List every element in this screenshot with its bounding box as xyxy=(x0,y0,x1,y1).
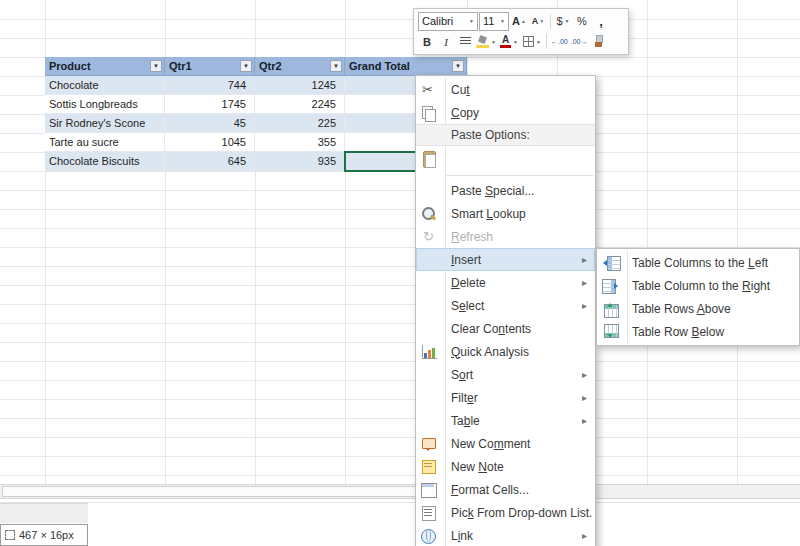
borders-button[interactable]: ▼ xyxy=(521,32,543,51)
table-header-qtr1: Qtr1▼ xyxy=(165,57,255,76)
letter-a-glyph: A xyxy=(532,16,539,26)
table-row: Chocolate7441245 xyxy=(45,76,467,95)
letter-a-glyph: A xyxy=(502,34,509,45)
menu-item-cut[interactable]: Cut xyxy=(416,78,595,101)
table-cell[interactable]: Tarte au sucre xyxy=(45,133,165,152)
scissors-icon xyxy=(416,81,443,99)
menu-item-label: Pick From Drop-down List... xyxy=(443,506,593,520)
blank-icon xyxy=(416,126,443,144)
bold-button[interactable]: B xyxy=(418,32,436,51)
menu-separator xyxy=(446,175,593,176)
gridline xyxy=(0,399,800,400)
table-cell[interactable]: 645 xyxy=(165,152,255,171)
menu-item-paste-special[interactable]: Paste Special... xyxy=(416,179,595,202)
menu-item-smart-lookup[interactable]: Smart Lookup xyxy=(416,202,595,225)
submenu-item-table-column-to-the-right[interactable]: Table Column to the Right xyxy=(597,274,799,297)
dialog-icon xyxy=(416,481,443,499)
menu-item-label: Filter xyxy=(443,391,582,405)
menu-item-link[interactable]: Link▸ xyxy=(416,524,595,546)
comma-style-button[interactable]: , xyxy=(592,12,610,31)
submenu-arrow-icon: ▸ xyxy=(582,530,593,541)
menu-item-refresh[interactable]: Refresh xyxy=(416,225,595,248)
paste-option-button[interactable] xyxy=(416,146,595,172)
submenu-arrow-icon: ▸ xyxy=(582,392,593,403)
letter-a-glyph: A xyxy=(512,15,520,27)
gridline xyxy=(0,38,800,39)
menu-item-quick-analysis[interactable]: Quick Analysis xyxy=(416,340,595,363)
decrease-font-size-button[interactable]: A ▼ xyxy=(529,12,547,31)
gridline xyxy=(0,209,800,210)
align-center-button[interactable] xyxy=(456,32,474,51)
font-color-button[interactable]: A ▼ xyxy=(498,32,520,51)
menu-item-sort[interactable]: Sort▸ xyxy=(416,363,595,386)
menu-item-format-cells[interactable]: Format Cells... xyxy=(416,478,595,501)
menu-item-new-comment[interactable]: New Comment xyxy=(416,432,595,455)
menu-item-new-note[interactable]: New Note xyxy=(416,455,595,478)
filter-dropdown-button[interactable]: ▼ xyxy=(452,60,464,72)
blank-icon xyxy=(416,389,443,407)
refresh-icon xyxy=(416,228,443,246)
selection-size-icon xyxy=(5,530,15,540)
accounting-format-button[interactable]: $ ▼ xyxy=(554,12,572,31)
font-size-dropdown[interactable]: 11 ▼ xyxy=(479,12,509,31)
table-cell[interactable]: 2245 xyxy=(255,95,345,114)
gridline xyxy=(0,380,800,381)
submenu-item-table-columns-to-the-left[interactable]: Table Columns to the Left xyxy=(597,251,799,274)
table-cell[interactable]: Sir Rodney's Scone xyxy=(45,114,165,133)
table-cell[interactable]: 225 xyxy=(255,114,345,133)
fill-color-button[interactable]: ▼ xyxy=(475,32,497,51)
down-arrow-icon: ▼ xyxy=(539,18,544,24)
menu-item-delete[interactable]: Delete▸ xyxy=(416,271,595,294)
menu-item-insert[interactable]: Insert▸ xyxy=(416,248,595,271)
bottom-divider xyxy=(0,502,800,503)
menu-item-clear-contents[interactable]: Clear Contents xyxy=(416,317,595,340)
magnifier-icon xyxy=(416,205,443,223)
table-cell[interactable]: Sottis Longbreads xyxy=(45,95,165,114)
table-header-row: Product▼Qtr1▼Qtr2▼Grand Total▼ xyxy=(45,57,467,76)
up-arrow-icon: ▲ xyxy=(521,18,526,24)
format-painter-button[interactable] xyxy=(589,32,607,51)
menu-item-select[interactable]: Select▸ xyxy=(416,294,595,317)
table-cell[interactable]: 1045 xyxy=(165,133,255,152)
decrease-decimal-button[interactable]: .00→ xyxy=(570,32,589,51)
table-cell[interactable]: Chocolate xyxy=(45,76,165,95)
table-cell[interactable]: 355 xyxy=(255,133,345,152)
fill-color-icon xyxy=(476,35,489,48)
table-cell[interactable]: Chocolate Biscuits xyxy=(45,152,165,171)
menu-item-label: Link xyxy=(443,529,582,543)
context-menu: CutCopyPaste Options:Paste Special...Sma… xyxy=(415,75,596,546)
menu-item-label: Copy xyxy=(443,106,593,120)
gridline xyxy=(0,437,800,438)
chevron-down-icon: ▼ xyxy=(513,39,518,45)
menu-item-label: Table xyxy=(443,414,582,428)
table-cell[interactable]: 744 xyxy=(165,76,255,95)
increase-decimal-button[interactable]: ←.00 xyxy=(550,32,569,51)
filter-dropdown-button[interactable]: ▼ xyxy=(240,60,252,72)
increase-font-size-button[interactable]: A ▲ xyxy=(510,12,528,31)
list-icon xyxy=(416,504,443,522)
filter-dropdown-button[interactable]: ▼ xyxy=(330,60,342,72)
menu-item-pick-from-drop-down-list[interactable]: Pick From Drop-down List... xyxy=(416,501,595,524)
table-cell[interactable]: 1745 xyxy=(165,95,255,114)
filter-dropdown-button[interactable]: ▼ xyxy=(150,60,162,72)
menu-item-copy[interactable]: Copy xyxy=(416,101,595,124)
table-cell[interactable]: 1245 xyxy=(255,76,345,95)
italic-button[interactable]: I xyxy=(437,32,455,51)
font-name-dropdown[interactable]: Calibri ▼ xyxy=(418,12,478,31)
percent-style-button[interactable]: % xyxy=(573,12,591,31)
gridline xyxy=(0,190,800,191)
table-cell[interactable]: 935 xyxy=(255,152,345,171)
submenu-item-table-rows-above[interactable]: Table Rows Above xyxy=(597,297,799,320)
horizontal-scrollbar[interactable] xyxy=(0,484,800,499)
table-cell[interactable]: 45 xyxy=(165,114,255,133)
menu-item-label: Paste Options: xyxy=(443,128,593,142)
paste-options-label: Paste Options: xyxy=(416,124,595,146)
mini-toolbar: Calibri ▼ 11 ▼ A ▲ A ▼ $ ▼ % xyxy=(413,8,629,55)
menu-item-label: Smart Lookup xyxy=(443,207,593,221)
menu-item-filter[interactable]: Filter▸ xyxy=(416,386,595,409)
gridline xyxy=(0,475,800,476)
gridline xyxy=(0,19,800,20)
menu-item-table[interactable]: Table▸ xyxy=(416,409,595,432)
submenu-item-table-row-below[interactable]: Table Row Below xyxy=(597,320,799,343)
chevron-down-icon: ▼ xyxy=(500,18,505,24)
